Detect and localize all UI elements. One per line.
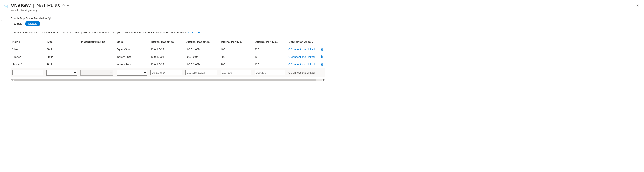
cell-ipconfig xyxy=(79,46,115,53)
resource-type-subtitle: Virtual network gateway xyxy=(11,9,632,12)
title-separator: | xyxy=(33,3,34,8)
cell-internal-port: 100 xyxy=(219,46,253,53)
cell-external-port: 100 xyxy=(253,61,287,68)
cell-name: VNet xyxy=(11,46,45,53)
delete-icon[interactable] xyxy=(320,62,323,66)
col-header-connection-assoc[interactable]: Connection Asso... xyxy=(287,38,319,46)
table-row[interactable]: VNetStaticEgressSnat10.0.1.0/24100.0.1.0… xyxy=(11,46,325,53)
cell-external-mapping: 100.0.3.0/24 xyxy=(184,61,219,68)
cell-internal-mapping: 10.0.1.0/24 xyxy=(149,61,184,68)
scroll-thumb[interactable] xyxy=(13,79,316,81)
new-rule-external-mapping-input[interactable] xyxy=(186,70,217,75)
connections-linked-link[interactable]: 0 Connections Linked xyxy=(287,53,319,61)
resource-name: VNetGW xyxy=(11,3,31,8)
cell-name: Branch1 xyxy=(11,53,45,61)
scroll-right-arrow[interactable]: ▶ xyxy=(324,78,325,81)
new-rule-mode-select[interactable] xyxy=(116,70,147,75)
col-header-internal-mappings[interactable]: Internal Mappings xyxy=(149,38,184,46)
col-header-ipconfig[interactable]: IP Configuration ID xyxy=(79,38,115,46)
col-header-external-port[interactable]: External Port Ma... xyxy=(253,38,287,46)
cell-external-port: 100 xyxy=(253,53,287,61)
cell-internal-mapping: 10.0.1.0/24 xyxy=(149,46,184,53)
scroll-left-arrow[interactable]: ◀ xyxy=(11,78,12,81)
col-header-external-mappings[interactable]: External Mappings xyxy=(184,38,219,46)
more-actions-icon[interactable]: ⋯ xyxy=(67,4,70,8)
col-header-name[interactable]: Name xyxy=(11,38,45,46)
page-header: VNetGW | NAT Rules ☆ ⋯ Virtual network g… xyxy=(2,3,640,12)
table-row[interactable]: Branch1StaticIngressSnat10.0.1.0/24100.0… xyxy=(11,53,325,61)
cell-external-mapping: 100.0.2.0/24 xyxy=(184,53,219,61)
col-header-type[interactable]: Type xyxy=(45,38,79,46)
cell-internal-port: 200 xyxy=(219,53,253,61)
vnet-gateway-icon xyxy=(2,3,8,9)
close-icon[interactable]: ✕ xyxy=(635,3,640,9)
new-rule-name-input[interactable] xyxy=(12,70,43,75)
bgp-translation-toggle[interactable]: Enable Disable xyxy=(11,21,40,26)
enable-option[interactable]: Enable xyxy=(11,21,25,26)
info-icon[interactable]: i xyxy=(48,17,51,20)
cell-external-port: 200 xyxy=(253,46,287,53)
col-header-mode[interactable]: Mode xyxy=(115,38,149,46)
new-rule-type-select[interactable] xyxy=(46,70,77,75)
new-rule-external-port-input[interactable] xyxy=(254,70,285,75)
cell-type: Static xyxy=(45,61,79,68)
connections-linked-link[interactable]: 0 Connections Linked xyxy=(287,61,319,68)
cell-external-mapping: 100.0.1.0/24 xyxy=(184,46,219,53)
svg-rect-0 xyxy=(3,5,8,8)
cell-mode: IngressSnat xyxy=(115,53,149,61)
cell-internal-port: 200 xyxy=(219,61,253,68)
new-rule-internal-port-input[interactable] xyxy=(221,70,251,75)
expand-panel-chevron[interactable]: » xyxy=(1,18,2,22)
nat-rules-table: Name Type IP Configuration ID Mode Inter… xyxy=(11,38,325,77)
new-rule-connections-label: 0 Connections Linked xyxy=(288,71,314,74)
cell-mode: EgressSnat xyxy=(115,46,149,53)
delete-icon[interactable] xyxy=(320,55,323,58)
cell-ipconfig xyxy=(79,61,115,68)
cell-ipconfig xyxy=(79,53,115,61)
connections-linked-link[interactable]: 0 Connections Linked xyxy=(287,46,319,53)
cell-mode: IngressSnat xyxy=(115,61,149,68)
cell-name: Branch2 xyxy=(11,61,45,68)
col-header-internal-port[interactable]: Internal Port Ma... xyxy=(219,38,253,46)
nat-rules-description: Add, edit and delete NAT rules below. NA… xyxy=(11,31,325,34)
delete-icon[interactable] xyxy=(320,47,323,51)
horizontal-scrollbar[interactable]: ◀ ▶ xyxy=(11,78,325,81)
cell-type: Static xyxy=(45,46,79,53)
disable-option[interactable]: Disable xyxy=(25,21,40,26)
page-title: NAT Rules xyxy=(36,3,60,8)
cell-internal-mapping: 10.0.1.0/24 xyxy=(149,53,184,61)
favorite-star-icon[interactable]: ☆ xyxy=(62,4,65,8)
new-rule-row: 0 Connections Linked xyxy=(11,68,325,77)
table-row[interactable]: Branch2StaticIngressSnat10.0.1.0/24100.0… xyxy=(11,61,325,68)
cell-type: Static xyxy=(45,53,79,61)
new-rule-ipconfig-select xyxy=(80,70,113,75)
new-rule-internal-mapping-input[interactable] xyxy=(150,70,182,75)
learn-more-link[interactable]: Learn more xyxy=(188,31,202,34)
bgp-translation-label: Enable Bgp Route Translation xyxy=(11,17,47,20)
